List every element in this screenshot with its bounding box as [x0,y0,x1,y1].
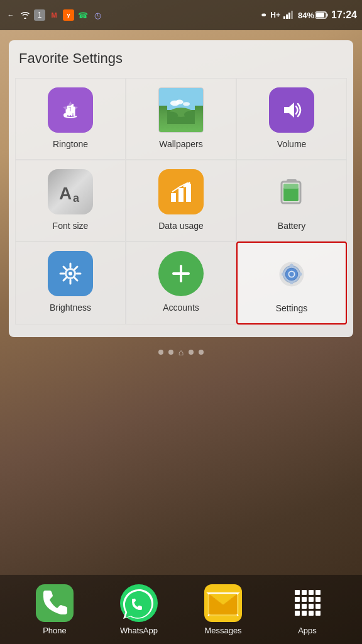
nav-dot-4 [199,350,204,355]
svg-rect-3 [291,11,293,19]
svg-rect-10 [72,104,74,113]
settings-grid: Ringtone Wallpapers [15,78,347,325]
whatsapp-dock-label: WhatsApp [120,626,158,635]
svg-rect-6 [327,14,328,17]
messages-dock-label: Messages [204,626,241,635]
volume-icon [269,87,314,133]
svg-rect-48 [290,281,293,284]
battery-indicator: 84% [298,11,328,20]
svg-rect-30 [283,184,299,189]
svg-text:a: a [73,192,80,204]
clock-icon: ◷ [92,9,103,21]
svg-rect-0 [283,16,285,19]
dock-item-whatsapp[interactable]: WhatsApp [120,584,158,635]
dock-item-phone[interactable]: Phone [36,584,74,635]
phone-dock-label: Phone [43,626,67,635]
svg-rect-2 [288,13,290,19]
volume-label: Volume [277,139,307,149]
svg-marker-20 [284,103,294,118]
svg-rect-49 [282,273,285,276]
grid-item-ringtone[interactable]: Ringtone [15,78,126,160]
svg-rect-23 [171,193,176,202]
datausage-label: Data usage [158,221,204,231]
svg-rect-25 [186,184,191,202]
back-icon: ← [5,9,16,21]
card-title: Favorite Settings [15,50,347,67]
fontsize-label: Font size [53,221,89,231]
whatsapp-dock-icon [120,584,158,622]
settings-icon [269,252,314,297]
svg-line-38 [75,267,77,269]
svg-point-7 [63,113,67,117]
phone-dock-icon [36,584,74,622]
grid-item-settings[interactable]: Settings [236,242,347,325]
svg-point-15 [175,100,183,104]
accounts-icon [158,251,204,296]
nav-dot-3 [189,350,194,355]
battery-percent: 84% [298,11,314,20]
svg-rect-24 [178,188,184,202]
ringtone-icon [48,87,93,133]
svg-rect-9 [67,106,69,115]
datausage-icon [158,169,204,214]
svg-line-36 [63,267,66,269]
notification-icon: 1 [34,9,45,21]
ringtone-label: Ringtone [53,139,88,149]
nav-home-dot: ⌂ [178,347,184,357]
accounts-label: Accounts [163,303,199,313]
grid-item-battery[interactable]: Battery [236,160,347,242]
grid-item-wallpapers[interactable]: Wallpapers [126,78,236,160]
nav-dot-2 [168,350,173,355]
nav-dot-1 [158,350,163,355]
wifi-icon [19,9,31,21]
battery-label: Battery [278,221,305,231]
grid-item-datausage[interactable]: Data usage [126,160,236,242]
yolo-icon: y [63,9,74,21]
nav-dots: ⌂ [0,347,362,357]
svg-point-56 [289,272,293,276]
grid-item-accounts[interactable]: Accounts [126,242,236,325]
svg-point-8 [69,111,72,115]
dock: Phone WhatsApp [0,575,362,644]
svg-rect-1 [286,14,288,19]
battery-icon-large [269,169,314,214]
svg-rect-11 [67,106,74,107]
status-bar: ← 1 M y ☎ ◷ ⚭ H+ 84% [0,0,362,30]
whatsapp-status-icon: ☎ [77,9,89,21]
apps-dock-icon [288,584,326,622]
grid-item-brightness[interactable]: Brightness [15,242,126,325]
dock-item-messages[interactable]: Messages [204,584,242,635]
wallpaper-icon [158,87,204,133]
status-right-icons: ⚭ H+ 84% 17:24 [260,9,357,21]
apps-grid-display [292,587,323,618]
signal-type: H+ [270,11,280,19]
bluetooth-icon: ⚭ [260,11,267,20]
apps-dock-label: Apps [298,626,317,635]
fontsize-icon: A a [48,169,93,214]
settings-card: Favorite Settings Ringtone [9,40,353,337]
svg-point-16 [183,102,190,106]
svg-point-41 [69,272,72,275]
svg-line-39 [63,278,66,280]
signal-bars [283,10,295,21]
time-display: 17:24 [331,9,357,21]
brightness-icon [48,251,93,296]
status-left-icons: ← 1 M y ☎ ◷ [5,9,103,21]
messages-dock-icon [204,584,242,622]
wallpapers-label: Wallpapers [159,139,203,149]
grid-item-volume[interactable]: Volume [236,78,347,160]
gmail-icon: M [48,9,60,21]
dock-item-apps[interactable]: Apps [288,584,326,635]
svg-rect-28 [287,179,297,182]
brightness-label: Brightness [50,303,91,313]
svg-rect-5 [316,13,324,18]
settings-label: Settings [276,303,308,313]
grid-item-fontsize[interactable]: A a Font size [15,160,126,242]
svg-line-37 [75,278,77,280]
svg-text:A: A [59,184,72,203]
